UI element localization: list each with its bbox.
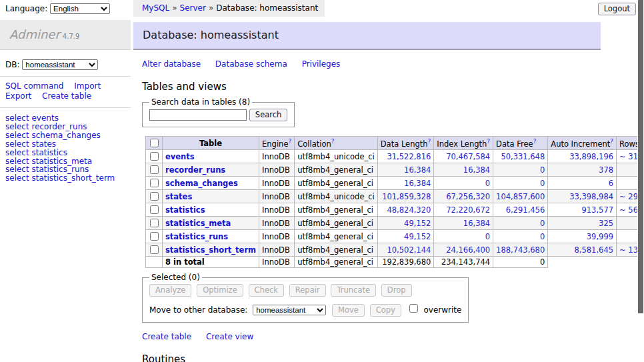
- data-length-link[interactable]: 16,384: [404, 165, 431, 175]
- data-free-link[interactable]: 0: [540, 179, 545, 188]
- index-length-link[interactable]: 72,220,672: [446, 205, 490, 215]
- search-input[interactable]: [149, 109, 247, 121]
- index-length-link[interactable]: 67,256,320: [446, 192, 490, 201]
- breadcrumb-item-mysql[interactable]: MySQL: [142, 3, 169, 13]
- table-name-link[interactable]: states: [165, 192, 192, 201]
- table-name-link[interactable]: events: [165, 152, 195, 161]
- table-name-link[interactable]: recorder_runs: [165, 165, 225, 175]
- sidebar-action-import[interactable]: Import: [74, 81, 101, 91]
- index-length-cell: 16,384: [434, 163, 493, 177]
- data-free-link[interactable]: 0: [540, 232, 545, 241]
- help-icon[interactable]: ?: [533, 138, 537, 145]
- index-length-link[interactable]: 0: [485, 179, 490, 188]
- auto-increment-link[interactable]: 6: [609, 179, 613, 188]
- move-label: Move to other database:: [149, 305, 247, 315]
- auto-increment-link[interactable]: 39,999: [587, 232, 613, 241]
- auto-increment-link[interactable]: 325: [599, 219, 613, 228]
- table-name-link[interactable]: schema_changes: [165, 179, 238, 188]
- logout-button[interactable]: Logout: [598, 3, 636, 15]
- scrollbar-track[interactable]: [637, 0, 644, 362]
- index-length-link[interactable]: 70,467,584: [446, 152, 490, 161]
- help-icon[interactable]: ?: [487, 138, 490, 145]
- link-create-table[interactable]: Create table: [142, 332, 191, 341]
- language-select[interactable]: English: [50, 3, 110, 14]
- data-free-link[interactable]: 6,291,456: [506, 205, 545, 215]
- data-free-total: 0: [493, 257, 548, 268]
- table-name-link[interactable]: statistics_short_term: [165, 245, 256, 255]
- select-all-checkbox[interactable]: [150, 139, 159, 147]
- sidebar-select-states[interactable]: select states: [5, 140, 131, 149]
- breadcrumb-separator: »: [209, 3, 213, 13]
- help-icon[interactable]: ?: [428, 138, 431, 145]
- row-checkbox[interactable]: [150, 232, 159, 241]
- row-checkbox[interactable]: [150, 179, 159, 187]
- breadcrumb-item-database-homeassistant: Database: homeassistant: [216, 3, 318, 13]
- row-checkbox[interactable]: [150, 219, 159, 227]
- auto-increment-cell: 33,898,196: [548, 150, 617, 163]
- index-length-link[interactable]: 24,166,400: [446, 245, 490, 255]
- sidebar-action-export[interactable]: Export: [5, 91, 31, 101]
- data-free-cell: 0: [493, 230, 548, 243]
- data-length-cell: 31,522,816: [377, 150, 434, 163]
- auto-increment-link[interactable]: 33,398,984: [569, 192, 613, 201]
- move-database-select[interactable]: homeassistant: [253, 305, 326, 315]
- engine-value: InnoDB: [259, 190, 295, 203]
- row-checkbox-cell: [146, 217, 163, 230]
- auto-increment-link[interactable]: 8,581,645: [575, 245, 614, 255]
- db-link-privileges[interactable]: Privileges: [302, 59, 341, 69]
- data-length-link[interactable]: 49,152: [404, 219, 431, 228]
- row-checkbox[interactable]: [150, 152, 159, 161]
- auto-increment-link[interactable]: 33,898,196: [569, 152, 613, 161]
- sidebar-select-statistics-short-term[interactable]: select statistics_short_term: [5, 174, 131, 183]
- data-free-link[interactable]: 0: [540, 165, 545, 175]
- sidebar-action-sql-command[interactable]: SQL command: [5, 81, 63, 91]
- row-checkbox-cell: [146, 163, 163, 177]
- help-icon[interactable]: ?: [331, 138, 335, 145]
- db-link-database-schema[interactable]: Database schema: [215, 59, 287, 69]
- data-length-link[interactable]: 48,824,320: [387, 205, 431, 215]
- help-icon[interactable]: ?: [288, 138, 291, 145]
- row-checkbox[interactable]: [150, 245, 159, 254]
- db-select[interactable]: homeassistant: [22, 59, 98, 70]
- data-length-link[interactable]: 10,502,144: [387, 245, 431, 255]
- db-link-alter-database[interactable]: Alter database: [142, 59, 201, 69]
- data-free-link[interactable]: 104,857,600: [496, 192, 545, 201]
- sidebar-select-events[interactable]: select events: [5, 114, 131, 123]
- selected-buttons: Analyze Optimize Check Repair Truncate D…: [149, 284, 461, 297]
- index-length-link[interactable]: 0: [485, 232, 490, 241]
- data-length-link[interactable]: 101,859,328: [382, 192, 431, 201]
- auto-increment-link[interactable]: 913,577: [581, 205, 613, 215]
- data-length-link[interactable]: 16,384: [404, 179, 431, 188]
- auto-increment-link[interactable]: 378: [599, 165, 613, 175]
- table-name-link[interactable]: statistics_runs: [165, 232, 228, 241]
- data-free-link[interactable]: 50,331,648: [501, 152, 545, 161]
- breadcrumb: MySQL»Server»Database: homeassistant: [133, 0, 325, 17]
- app-version: 4.7.9: [63, 33, 79, 40]
- breadcrumb-item-server[interactable]: Server: [180, 3, 206, 13]
- search-button[interactable]: Search: [249, 109, 288, 121]
- data-free-link[interactable]: 188,743,680: [496, 245, 545, 255]
- row-checkbox[interactable]: [150, 192, 159, 201]
- table-name-cell: states: [163, 190, 259, 203]
- sidebar-select-statistics[interactable]: select statistics: [5, 149, 131, 157]
- index-length-link[interactable]: 16,384: [463, 165, 490, 175]
- link-create-view[interactable]: Create view: [206, 332, 253, 341]
- help-icon[interactable]: ?: [610, 138, 613, 145]
- overwrite-checkbox[interactable]: [409, 304, 418, 313]
- index-length-link[interactable]: 16,384: [463, 219, 490, 228]
- data-length-link[interactable]: 49,152: [404, 232, 431, 241]
- sidebar-action-create-table[interactable]: Create table: [42, 91, 91, 101]
- table-name-cell: statistics_short_term: [163, 243, 259, 257]
- column-header-table: Table: [163, 137, 259, 150]
- sidebar-select-schema-changes[interactable]: select schema_changes: [5, 131, 131, 140]
- row-checkbox[interactable]: [150, 165, 159, 174]
- data-length-link[interactable]: 31,522,816: [387, 152, 431, 161]
- row-checkbox[interactable]: [150, 205, 159, 214]
- sidebar-select-recorder-runs[interactable]: select recorder_runs: [5, 123, 131, 131]
- scrollbar-thumb[interactable]: [638, 0, 643, 313]
- table-name-link[interactable]: statistics_meta: [165, 219, 231, 228]
- menu-divider-top: [0, 76, 131, 77]
- data-free-link[interactable]: 0: [540, 219, 545, 228]
- app-name[interactable]: Adminer: [9, 27, 60, 41]
- table-name-link[interactable]: statistics: [165, 205, 205, 215]
